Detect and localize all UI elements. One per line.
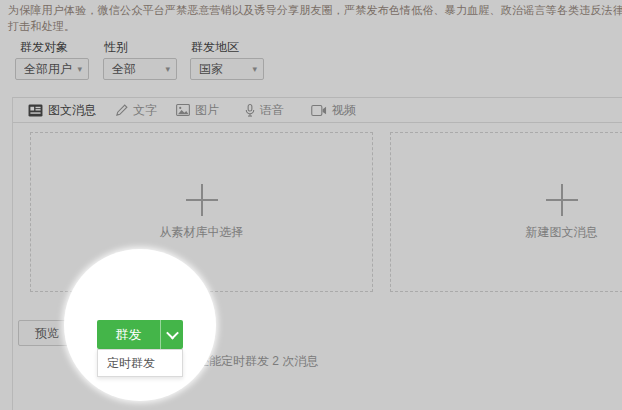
send-split-button[interactable]: 群发 [97,320,183,349]
mass-message-page: 为保障用户体验，微信公众平台严禁恶意营销以及诱导分享朋友圈，严禁发布色情低俗、暴… [0,0,622,410]
send-dropdown-menu: 定时群发 [97,349,183,377]
scheduled-send-menu-item[interactable]: 定时群发 [98,350,182,376]
chevron-down-icon [166,327,179,340]
send-button[interactable]: 群发 [97,320,160,349]
send-dropdown-toggle[interactable] [160,320,183,349]
